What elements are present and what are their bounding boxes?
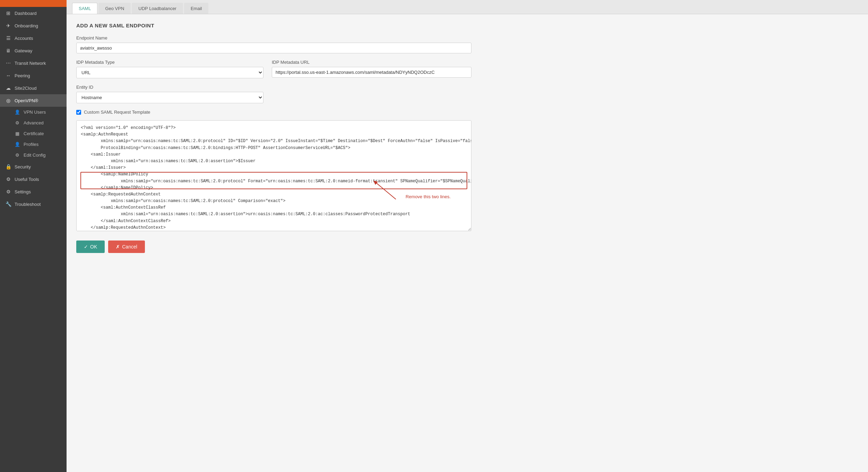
troubleshoot-icon: 🔧	[6, 201, 11, 207]
idp-metadata-url-label: IDP Metadata URL	[272, 60, 471, 65]
sidebar-label-gateway: Gateway	[15, 48, 32, 53]
tab-saml[interactable]: SAML	[72, 3, 97, 14]
edit-config-icon: ⚙	[15, 152, 20, 158]
accounts-icon: ☰	[6, 35, 11, 41]
xml-container: Remove this two lines.	[76, 120, 471, 232]
tab-bar: SAML Geo VPN UDP Loadbalancer Email	[67, 0, 868, 14]
sidebar-label-openvpn: OpenVPN®	[15, 98, 38, 103]
main-content: SAML Geo VPN UDP Loadbalancer Email ADD …	[67, 0, 868, 472]
entity-id-label: Entity ID	[76, 85, 263, 90]
sidebar-item-peering[interactable]: ↔ Peering	[0, 69, 67, 82]
idp-metadata-url-input[interactable]	[272, 67, 471, 78]
sidebar-label-profiles: Profiles	[24, 142, 38, 147]
sidebar-item-useful-tools[interactable]: ⚙ Useful Tools	[0, 173, 67, 185]
useful-tools-icon: ⚙	[6, 176, 11, 182]
settings-icon: ⚙	[6, 189, 11, 194]
profiles-icon: 👤	[15, 142, 20, 147]
gateway-icon: 🖥	[6, 48, 11, 53]
idp-metadata-type-select[interactable]: URL Text	[76, 67, 263, 78]
sidebar-label-edit-config: Edit Config	[24, 152, 46, 158]
sidebar-item-edit-config[interactable]: ⚙ Edit Config	[0, 150, 67, 160]
sidebar-item-vpn-users[interactable]: 👤 VPN Users	[0, 107, 67, 117]
openvpn-icon: ◎	[6, 98, 11, 103]
sidebar-item-profiles[interactable]: 👤 Profiles	[0, 139, 67, 150]
sidebar-item-settings[interactable]: ⚙ Settings	[0, 185, 67, 198]
sidebar-label-settings: Settings	[15, 189, 31, 194]
sidebar-item-onboarding[interactable]: ✈ Onboarding	[0, 19, 67, 32]
sidebar-label-useful-tools: Useful Tools	[15, 177, 39, 182]
sidebar-label-accounts: Accounts	[15, 36, 33, 41]
cancel-icon: ✗	[116, 244, 120, 250]
ok-label: OK	[90, 244, 97, 250]
ok-icon: ✓	[84, 244, 88, 250]
sidebar-item-advanced[interactable]: ⚙ Advanced	[0, 117, 67, 128]
sidebar-label-advanced: Advanced	[24, 120, 44, 125]
sidebar-item-gateway[interactable]: 🖥 Gateway	[0, 44, 67, 57]
entity-id-select[interactable]: Hostname Custom	[76, 92, 263, 103]
certificate-icon: ▦	[15, 131, 20, 136]
logo-bar	[0, 0, 67, 7]
button-row: ✓ OK ✗ Cancel	[76, 241, 858, 253]
custom-saml-row: Custom SAML Request Template	[76, 110, 858, 115]
transit-icon: ⋯	[6, 60, 11, 66]
onboarding-icon: ✈	[6, 23, 11, 28]
tab-email[interactable]: Email	[184, 3, 209, 14]
sidebar-item-troubleshoot[interactable]: 🔧 Troubleshoot	[0, 198, 67, 210]
custom-saml-label: Custom SAML Request Template	[84, 110, 150, 115]
content-area: ADD A NEW SAML ENDPOINT Endpoint Name ID…	[67, 14, 868, 472]
custom-saml-checkbox[interactable]	[76, 110, 81, 115]
vpn-users-icon: 👤	[15, 110, 20, 115]
sidebar-label-onboarding: Onboarding	[15, 23, 38, 28]
security-icon: 🔒	[6, 164, 11, 169]
sidebar-label-security: Security	[15, 164, 31, 169]
tab-geo-vpn[interactable]: Geo VPN	[98, 3, 131, 14]
sidebar-item-transit-network[interactable]: ⋯ Transit Network	[0, 57, 67, 69]
endpoint-name-label: Endpoint Name	[76, 35, 471, 41]
sidebar-label-vpn-users: VPN Users	[24, 110, 46, 115]
xml-textarea[interactable]	[76, 120, 471, 231]
sidebar-label-dashboard: Dashboard	[15, 11, 37, 16]
sidebar-label-troubleshoot: Troubleshoot	[15, 202, 41, 207]
sidebar-item-certificate[interactable]: ▦ Certificate	[0, 128, 67, 139]
site2cloud-icon: ☁	[6, 85, 11, 91]
ok-button[interactable]: ✓ OK	[76, 241, 105, 253]
sidebar-item-security[interactable]: 🔒 Security	[0, 160, 67, 173]
cancel-label: Cancel	[122, 244, 137, 250]
peering-icon: ↔	[6, 73, 11, 78]
sidebar-label-certificate: Certificate	[24, 131, 44, 136]
sidebar-label-transit: Transit Network	[15, 61, 46, 66]
section-title: ADD A NEW SAML ENDPOINT	[76, 23, 858, 28]
sidebar-label-site2cloud: Site2Cloud	[15, 86, 37, 91]
endpoint-name-input[interactable]	[76, 43, 471, 53]
idp-metadata-type-label: IDP Metadata Type	[76, 60, 263, 65]
sidebar-item-openvpn[interactable]: ◎ OpenVPN®	[0, 94, 67, 107]
sidebar-item-accounts[interactable]: ☰ Accounts	[0, 32, 67, 44]
cancel-button[interactable]: ✗ Cancel	[108, 241, 145, 253]
sidebar: ⊞ Dashboard ✈ Onboarding ☰ Accounts 🖥 Ga…	[0, 0, 67, 472]
dashboard-icon: ⊞	[6, 10, 11, 16]
tab-udp-loadbalancer[interactable]: UDP Loadbalancer	[132, 3, 183, 14]
sidebar-label-peering: Peering	[15, 73, 30, 78]
sidebar-item-site2cloud[interactable]: ☁ Site2Cloud	[0, 82, 67, 94]
sidebar-item-dashboard[interactable]: ⊞ Dashboard	[0, 7, 67, 19]
advanced-icon: ⚙	[15, 120, 20, 125]
